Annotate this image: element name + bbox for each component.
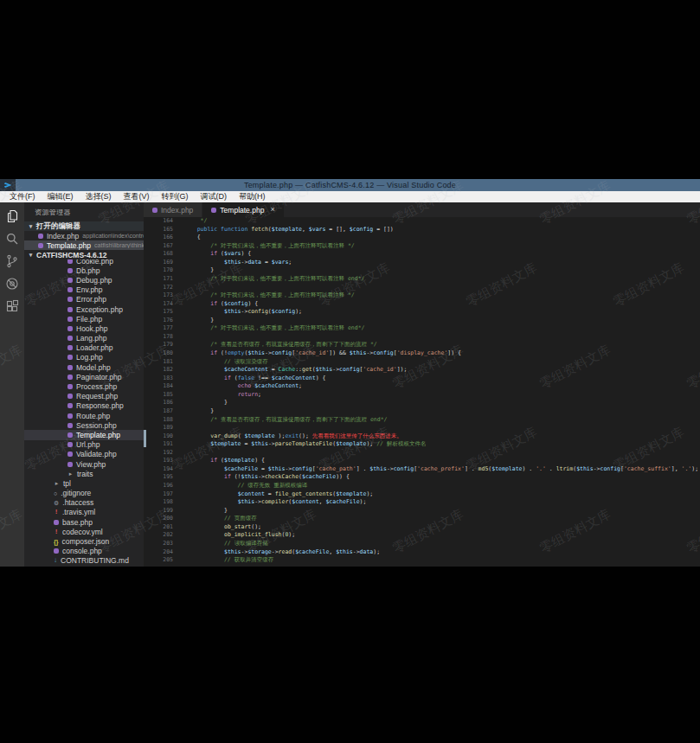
- code-line: 185 return;: [144, 391, 700, 400]
- code-line: 172: [144, 284, 700, 292]
- code-text: /* 查看是否有缓存，有就直接使用缓存，而剩下了下面的流程 */: [183, 341, 700, 349]
- file-name: Process.php: [76, 382, 117, 391]
- code-line: 201 ob_start();: [144, 523, 700, 532]
- file-row[interactable]: Session.php: [24, 420, 144, 430]
- file-tree: Cookie.phpDb.phpDebug.phpEnv.phpError.ph…: [24, 259, 144, 567]
- gutter-modified-marker: [144, 430, 146, 447]
- line-number: 203: [144, 540, 183, 548]
- line-number: 177: [144, 324, 183, 333]
- activity-bar: [0, 202, 24, 567]
- code-text: ob_start();: [183, 523, 700, 532]
- file-row[interactable]: Error.php: [24, 295, 144, 304]
- code-line: 190 var_dump( $template );exit(); 先看看我们这…: [144, 432, 700, 441]
- file-row[interactable]: Cookie.php: [24, 259, 144, 266]
- file-row[interactable]: Paginator.php: [24, 372, 144, 381]
- file-row[interactable]: Exception.php: [24, 304, 144, 314]
- open-editors-header[interactable]: ▾ 打开的编辑器: [24, 221, 144, 231]
- line-number: 199: [144, 507, 183, 516]
- line-number: 192: [144, 449, 183, 458]
- explorer-icon[interactable]: [5, 208, 20, 223]
- yml-file-icon: !: [54, 509, 59, 516]
- file-row[interactable]: Log.php: [24, 353, 144, 362]
- file-row[interactable]: !codecov.yml: [24, 527, 144, 536]
- code-text: }: [183, 399, 700, 407]
- file-row[interactable]: console.php: [24, 547, 144, 556]
- file-name: View.php: [76, 460, 106, 469]
- file-name: Db.php: [76, 266, 100, 275]
- menu-item[interactable]: 编辑(E): [42, 191, 80, 202]
- file-name: composer.json: [61, 537, 109, 546]
- file-row[interactable]: Process.php: [24, 381, 144, 391]
- folder-row[interactable]: ▸traits: [24, 469, 144, 478]
- file-name: traits: [77, 470, 93, 478]
- search-icon[interactable]: [5, 231, 20, 246]
- file-row[interactable]: ⚙.htaccess: [24, 498, 144, 508]
- editor-tab[interactable]: Template.php×: [202, 202, 284, 217]
- file-row[interactable]: ○.gitignore: [24, 489, 144, 498]
- file-row[interactable]: Response.php: [24, 401, 144, 411]
- extensions-icon[interactable]: [5, 298, 20, 313]
- file-row[interactable]: Route.php: [24, 411, 144, 420]
- settings-file-icon: ⚙: [54, 500, 59, 506]
- php-file-icon: [67, 375, 73, 380]
- code-text: $content = file_get_contents($template);: [183, 490, 700, 499]
- code-editor[interactable]: 164 */165 public function fetch($templat…: [144, 217, 700, 567]
- file-name: tpl: [63, 479, 71, 488]
- menu-item[interactable]: 查看(V): [118, 191, 156, 202]
- debug-icon[interactable]: [5, 276, 20, 291]
- source-control-icon[interactable]: [5, 253, 20, 268]
- menu-item[interactable]: 帮助(H): [233, 191, 272, 202]
- file-row[interactable]: ↓CONTRIBUTING.md: [24, 556, 144, 566]
- code-text: $this->data = $vars;: [183, 259, 700, 267]
- menu-item[interactable]: 调试(D): [195, 191, 234, 202]
- file-row[interactable]: base.php: [24, 517, 144, 527]
- file-row[interactable]: {}composer.json: [24, 536, 144, 546]
- open-editor-item[interactable]: Index.phpapplication\index\controller: [24, 231, 144, 240]
- menu-item[interactable]: 转到(G): [156, 191, 195, 202]
- code-line: 203 // 读取编译存储: [144, 540, 700, 548]
- folder-row[interactable]: ▸tpl: [24, 478, 144, 488]
- file-row[interactable]: Lang.php: [24, 334, 144, 343]
- file-row[interactable]: !.travis.yml: [24, 508, 144, 517]
- file-row[interactable]: Url.php: [24, 440, 144, 450]
- line-number: 174: [144, 300, 183, 309]
- file-row[interactable]: Env.php: [24, 285, 144, 295]
- code-text: [183, 284, 700, 292]
- code-text: }: [183, 507, 700, 516]
- folder-header[interactable]: ▾ CATFISHCMS-4.6.12: [24, 250, 144, 259]
- file-row[interactable]: Hook.php: [24, 323, 144, 333]
- close-icon[interactable]: ×: [270, 206, 274, 214]
- file-name: Loader.php: [76, 343, 113, 352]
- file-row[interactable]: Model.php: [24, 362, 144, 372]
- php-file-icon: [67, 365, 73, 370]
- file-row[interactable]: Request.php: [24, 392, 144, 401]
- file-row[interactable]: Debug.php: [24, 275, 144, 285]
- menu-item[interactable]: 选择(S): [80, 191, 118, 202]
- explorer-sidebar: 资源管理器 ▾ 打开的编辑器 Index.phpapplication\inde…: [24, 202, 144, 567]
- open-editors-list: Index.phpapplication\index\controllerTem…: [24, 231, 144, 250]
- file-row[interactable]: Db.php: [24, 266, 144, 275]
- menu-item[interactable]: 文件(F): [3, 191, 42, 202]
- line-number: 195: [144, 473, 183, 482]
- file-row[interactable]: Loader.php: [24, 343, 144, 353]
- line-number: 204: [144, 548, 183, 557]
- file-row[interactable]: Validate.php: [24, 450, 144, 459]
- open-editors-label: 打开的编辑器: [36, 221, 80, 232]
- file-row[interactable]: Template.php: [24, 430, 144, 439]
- file-name: Response.php: [76, 401, 124, 410]
- file-name: File.php: [76, 315, 102, 323]
- line-number: 202: [144, 531, 183, 540]
- file-name: Route.php: [76, 412, 110, 420]
- php-file-icon: [67, 345, 73, 350]
- editor-tab[interactable]: Index.php: [144, 202, 202, 217]
- file-name: .htaccess: [62, 498, 93, 507]
- line-number: 165: [144, 226, 183, 234]
- line-number: 181: [144, 358, 183, 367]
- file-row[interactable]: File.php: [24, 314, 144, 323]
- php-file-icon: [67, 384, 73, 389]
- code-line: 169 $this->data = $vars;: [144, 259, 700, 267]
- file-row[interactable]: View.php: [24, 459, 144, 469]
- code-line: 180 if (!empty($this->config['cache_id']…: [144, 349, 700, 358]
- open-editor-item[interactable]: Template.phpcatfish\library\think: [24, 240, 144, 250]
- line-number: 171: [144, 275, 183, 284]
